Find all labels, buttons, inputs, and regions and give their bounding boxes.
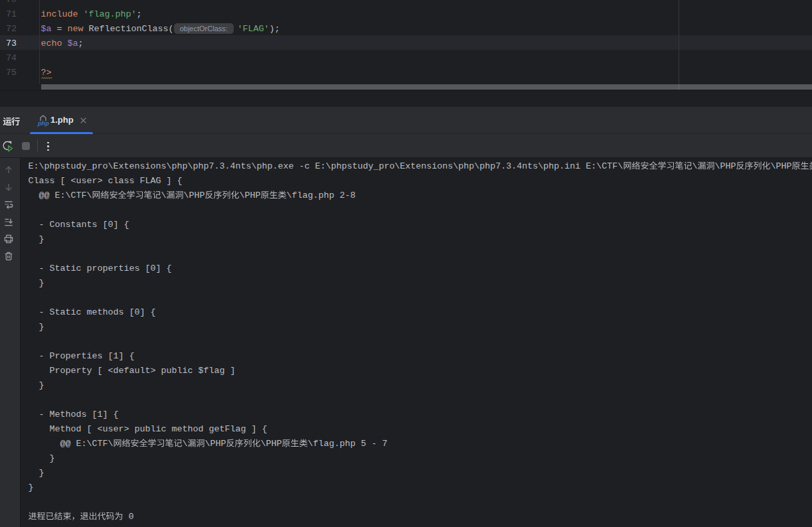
svg-text:php: php — [37, 120, 49, 127]
